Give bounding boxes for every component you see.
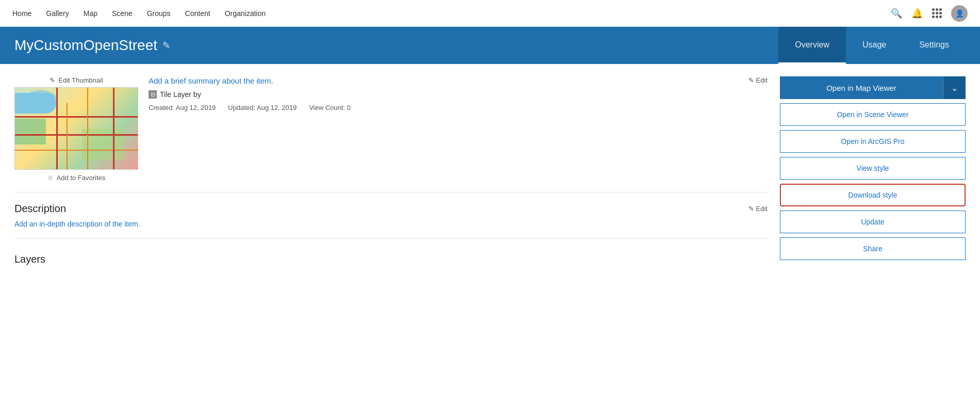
view-style-button[interactable]: View style (780, 157, 966, 180)
star-icon: ☆ (47, 174, 54, 182)
nav-links: Home Gallery Map Scene Groups Content Or… (12, 9, 891, 18)
thumbnail-wrap: ✎ Edit Thumbnail (14, 76, 138, 182)
tile-layer-text: Tile Layer by (160, 90, 201, 99)
thumbnail-summary-section: ✎ Edit Thumbnail (14, 76, 767, 182)
add-summary-link[interactable]: Add a brief summary about the item. (149, 76, 273, 85)
pencil-icon-summary: ✎ (748, 76, 754, 84)
nav-content[interactable]: Content (185, 9, 210, 18)
item-title-text: MyCustomOpenStreet (14, 37, 157, 54)
open-map-viewer-button[interactable]: Open in Map Viewer (780, 76, 943, 99)
summary-edit-button[interactable]: ✎ Edit (748, 76, 767, 84)
open-map-viewer-row: Open in Map Viewer ⌄ (780, 76, 966, 99)
item-title-group: MyCustomOpenStreet ✎ (14, 37, 778, 54)
share-button[interactable]: Share (780, 237, 966, 260)
view-count: View Count: 0 (309, 104, 351, 111)
open-scene-viewer-button[interactable]: Open in Scene Viewer (780, 103, 966, 126)
pencil-icon: ✎ (50, 76, 55, 84)
nav-icon-group: 🔍 🔔 👤 (891, 5, 968, 22)
updated-date: Updated: Aug 12, 2019 (228, 104, 297, 111)
description-edit-button[interactable]: ✎ Edit (748, 205, 767, 213)
thumbnail-image (14, 87, 138, 170)
nav-gallery[interactable]: Gallery (46, 9, 69, 18)
created-date: Created: Aug 12, 2019 (149, 104, 216, 111)
nav-map[interactable]: Map (84, 9, 97, 18)
left-panel: ✎ Edit Thumbnail (14, 76, 767, 391)
divider-1 (14, 192, 767, 192)
item-header-bar: MyCustomOpenStreet ✎ Overview Usage Sett… (0, 27, 980, 64)
search-icon[interactable]: 🔍 (891, 8, 902, 19)
tile-layer-row: ⊟ Tile Layer by (149, 90, 767, 99)
layers-title: Layers (14, 253, 767, 265)
description-header: Description ✎ Edit (14, 203, 767, 215)
update-button[interactable]: Update (780, 211, 966, 233)
summary-section: Add a brief summary about the item. ✎ Ed… (149, 76, 767, 111)
tab-overview[interactable]: Overview (778, 27, 846, 64)
tab-settings[interactable]: Settings (903, 27, 966, 64)
top-navigation: Home Gallery Map Scene Groups Content Or… (0, 0, 980, 27)
user-avatar[interactable]: 👤 (951, 5, 968, 22)
right-panel: Open in Map Viewer ⌄ Open in Scene Viewe… (780, 76, 966, 391)
edit-title-icon[interactable]: ✎ (162, 40, 170, 51)
pencil-icon-desc: ✎ (748, 205, 754, 213)
open-map-viewer-caret[interactable]: ⌄ (943, 76, 966, 99)
nav-groups[interactable]: Groups (147, 9, 171, 18)
nav-home[interactable]: Home (12, 9, 31, 18)
nav-scene[interactable]: Scene (112, 9, 133, 18)
notification-icon[interactable]: 🔔 (911, 8, 923, 19)
edit-thumbnail-label[interactable]: ✎ Edit Thumbnail (50, 76, 103, 84)
apps-grid-icon[interactable] (932, 8, 942, 18)
add-description-link[interactable]: Add an in-depth description of the item. (14, 220, 140, 228)
description-title: Description (14, 203, 748, 215)
tile-layer-icon: ⊟ (149, 90, 157, 99)
main-content: ✎ Edit Thumbnail (0, 64, 980, 403)
download-style-button[interactable]: Download style (780, 184, 966, 206)
tab-usage[interactable]: Usage (846, 27, 903, 64)
item-tab-group: Overview Usage Settings (778, 27, 966, 64)
open-arcgis-pro-button[interactable]: Open in ArcGIS Pro (780, 130, 966, 153)
add-to-favorites-button[interactable]: ☆ Add to Favorites (47, 174, 106, 182)
nav-organization[interactable]: Organization (225, 9, 266, 18)
meta-row: Created: Aug 12, 2019 Updated: Aug 12, 2… (149, 104, 767, 111)
divider-2 (14, 238, 767, 239)
